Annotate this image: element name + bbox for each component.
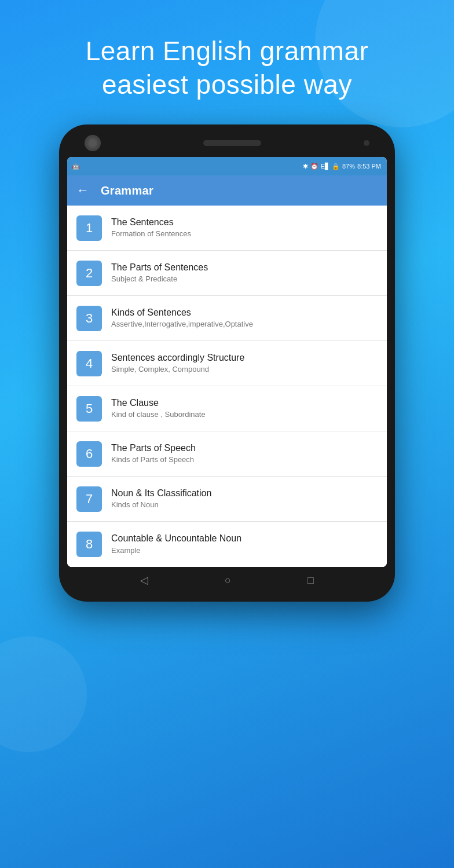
bluetooth-icon: ✱ [303, 163, 308, 170]
front-camera [85, 135, 101, 151]
list-item[interactable]: 1 The Sentences Formation of Sentences [67, 206, 387, 251]
item-title-6: The Parts of Speech [111, 442, 378, 455]
item-subtitle-6: Kinds of Parts of Speech [111, 455, 378, 465]
list-item[interactable]: 7 Noun & Its Classification Kinds of Nou… [67, 477, 387, 522]
item-content-8: Countable & Uncountable Noun Example [111, 533, 378, 556]
item-badge-1: 1 [76, 215, 102, 241]
status-right-info: ✱ ⏰ E▋ 🔒 87% 8:53 PM [303, 163, 381, 170]
item-content-6: The Parts of Speech Kinds of Parts of Sp… [111, 442, 378, 466]
grammar-list: 1 The Sentences Formation of Sentences 2… [67, 206, 387, 567]
item-title-3: Kinds of Sentences [111, 307, 378, 319]
list-item[interactable]: 3 Kinds of Sentences Assertive,Interroga… [67, 296, 387, 341]
item-title-7: Noun & Its Classification [111, 488, 378, 500]
item-badge-6: 6 [76, 441, 102, 467]
item-subtitle-2: Subject & Predicate [111, 274, 378, 284]
item-content-1: The Sentences Formation of Sentences [111, 217, 378, 240]
item-badge-2: 2 [76, 261, 102, 286]
item-content-4: Sentences accordingly Structure Simple, … [111, 352, 378, 375]
item-content-3: Kinds of Sentences Assertive,Interrogati… [111, 307, 378, 330]
hero-line2: easiest possible way [102, 69, 352, 100]
item-subtitle-8: Example [111, 546, 378, 556]
item-subtitle-5: Kind of clause , Subordinate [111, 410, 378, 420]
recents-nav-button[interactable]: □ [307, 574, 314, 587]
lock-icon: 🔒 [332, 163, 340, 170]
item-badge-3: 3 [76, 306, 102, 331]
list-item[interactable]: 4 Sentences accordingly Structure Simple… [67, 341, 387, 386]
back-button[interactable]: ← [76, 183, 89, 198]
list-item[interactable]: 6 The Parts of Speech Kinds of Parts of … [67, 431, 387, 477]
item-badge-7: 7 [76, 486, 102, 512]
phone-speaker [203, 140, 261, 146]
phone-sensor [364, 140, 369, 146]
item-badge-8: 8 [76, 532, 102, 557]
item-subtitle-7: Kinds of Noun [111, 500, 378, 510]
list-item[interactable]: 5 The Clause Kind of clause , Subordinat… [67, 386, 387, 431]
clock-time: 8:53 PM [357, 163, 381, 170]
status-bar: 🤖 ✱ ⏰ E▋ 🔒 87% 8:53 PM [67, 157, 387, 175]
list-item[interactable]: 2 The Parts of Sentences Subject & Predi… [67, 251, 387, 296]
battery-percent: 87% [342, 163, 355, 170]
item-badge-5: 5 [76, 396, 102, 422]
item-title-4: Sentences accordingly Structure [111, 352, 378, 364]
home-nav-button[interactable]: ○ [225, 574, 231, 587]
android-icon: 🤖 [72, 163, 80, 170]
status-left-icons: 🤖 [72, 163, 80, 170]
item-title-2: The Parts of Sentences [111, 262, 378, 274]
app-bar: ← Grammar [67, 175, 387, 206]
back-nav-button[interactable]: ◁ [140, 574, 148, 587]
item-title-8: Countable & Uncountable Noun [111, 533, 378, 545]
app-bar-title: Grammar [101, 184, 153, 197]
phone-bottom-bar: ◁ ○ □ [67, 567, 387, 589]
list-item[interactable]: 8 Countable & Uncountable Noun Example [67, 522, 387, 567]
phone-device: 🤖 ✱ ⏰ E▋ 🔒 87% 8:53 PM ← Grammar 1 [59, 124, 395, 602]
item-badge-4: 4 [76, 351, 102, 376]
signal-icon: E▋ [321, 163, 329, 170]
item-subtitle-3: Assertive,Interrogative,imperative,Optat… [111, 320, 378, 329]
item-subtitle-4: Simple, Complex, Compound [111, 365, 378, 375]
alarm-icon: ⏰ [310, 163, 318, 170]
phone-screen: 🤖 ✱ ⏰ E▋ 🔒 87% 8:53 PM ← Grammar 1 [67, 157, 387, 567]
phone-top-bar [67, 135, 387, 157]
item-content-5: The Clause Kind of clause , Subordinate [111, 397, 378, 420]
item-title-1: The Sentences [111, 217, 378, 229]
item-subtitle-1: Formation of Sentences [111, 229, 378, 239]
item-content-7: Noun & Its Classification Kinds of Noun [111, 488, 378, 511]
item-content-2: The Parts of Sentences Subject & Predica… [111, 262, 378, 285]
item-title-5: The Clause [111, 397, 378, 409]
